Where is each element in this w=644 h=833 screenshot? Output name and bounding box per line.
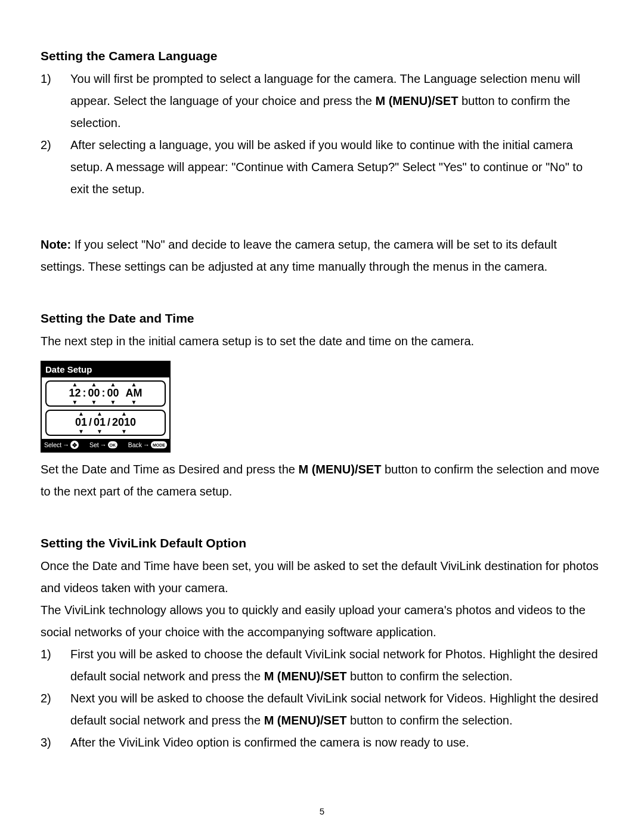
set-label: Set (89, 441, 99, 448)
date-setup-title: Date Setup (42, 362, 169, 377)
ampm-spinner[interactable]: ▲ AM ▼ (126, 382, 143, 405)
list-language: 1) You will first be prompted to select … (41, 68, 603, 200)
chevron-down-icon: ▼ (97, 429, 103, 435)
bold-menu-set: M (MENU)/SET (298, 463, 381, 476)
text: Set the Date and Time as Desired and pre… (41, 463, 298, 476)
ampm-value: AM (126, 388, 143, 400)
item-body: Next you will be asked to choose the def… (70, 688, 603, 732)
footer-set: Set → OK (89, 441, 117, 448)
chevron-down-icon: ▼ (91, 400, 97, 405)
year-value: 2010 (112, 417, 136, 429)
item-body: You will first be prompted to select a l… (70, 68, 603, 134)
second-spinner[interactable]: ▲ 00 ▼ (107, 382, 119, 405)
date-setup-footer: Select → Set → OK Back → MODE (42, 439, 169, 451)
colon: : (82, 387, 86, 400)
month-value: 01 (75, 417, 87, 429)
list-vivilink: 1) First you will be asked to choose the… (41, 643, 603, 754)
footer-back: Back → MODE (128, 441, 167, 448)
ok-icon: OK (108, 441, 117, 448)
arrow-right-icon: → (100, 441, 107, 448)
year-spinner[interactable]: ▲ 2010 ▼ (112, 411, 136, 435)
minute-spinner[interactable]: ▲ 00 ▼ (88, 382, 100, 405)
heading-language: Setting the Camera Language (41, 49, 603, 63)
item-number: 3) (41, 732, 57, 754)
item-number: 2) (41, 688, 57, 732)
slash: / (89, 416, 92, 429)
item-body: After selecting a language, you will be … (70, 134, 603, 200)
minute-value: 00 (88, 388, 100, 400)
day-spinner[interactable]: ▲ 01 ▼ (94, 411, 106, 435)
mode-icon: MODE (151, 441, 167, 448)
chevron-down-icon: ▼ (78, 429, 84, 435)
text: button to confirm the selection. (347, 714, 513, 727)
list-item: 3) After the ViviLink Video option is co… (41, 732, 603, 754)
date-setup-widget: Date Setup ▲ 12 ▼ : ▲ 00 ▼ : ▲ 00 ▼ ▲ (41, 361, 171, 453)
text: button to confirm the selection. (347, 670, 513, 683)
item-body: After the ViviLink Video option is confi… (70, 732, 603, 754)
item-number: 1) (41, 643, 57, 688)
slash: / (107, 416, 110, 429)
vivilink-p1: Once the Date and Time have been set, yo… (41, 555, 603, 599)
day-value: 01 (94, 417, 106, 429)
chevron-down-icon: ▼ (121, 429, 127, 435)
arrow-right-icon: → (63, 441, 69, 448)
hour-value: 12 (69, 388, 80, 400)
bold-menu-set: M (MENU)/SET (264, 714, 347, 727)
second-value: 00 (107, 388, 119, 400)
list-item: 1) First you will be asked to choose the… (41, 643, 603, 688)
item-number: 1) (41, 68, 57, 134)
select-label: Select (44, 441, 61, 448)
bold-menu-set: M (MENU)/SET (264, 670, 347, 683)
arrow-right-icon: → (143, 441, 150, 448)
bold-menu-set: M (MENU)/SET (375, 94, 458, 107)
list-item: 2) Next you will be asked to choose the … (41, 688, 603, 732)
colon: : (102, 387, 106, 400)
vivilink-p2: The ViviLink technology allows you to qu… (41, 599, 603, 643)
item-number: 2) (41, 134, 57, 200)
back-label: Back (128, 441, 142, 448)
item-body: First you will be asked to choose the de… (70, 643, 603, 688)
page-number: 5 (0, 806, 644, 816)
chevron-down-icon: ▼ (131, 400, 137, 405)
list-item: 2) After selecting a language, you will … (41, 134, 603, 200)
month-spinner[interactable]: ▲ 01 ▼ (75, 411, 87, 435)
datetime-intro: The next step in the initial camera setu… (41, 330, 603, 352)
list-item: 1) You will first be prompted to select … (41, 68, 603, 134)
note-paragraph: Note: If you select "No" and decide to l… (41, 234, 603, 278)
chevron-down-icon: ▼ (72, 400, 78, 405)
footer-select: Select → (44, 441, 79, 449)
hour-spinner[interactable]: ▲ 12 ▼ (69, 382, 80, 405)
date-row: ▲ 01 ▼ / ▲ 01 ▼ / ▲ 2010 ▼ (45, 410, 166, 436)
note-text: If you select "No" and decide to leave t… (41, 238, 557, 273)
note-label: Note: (41, 238, 71, 251)
time-row: ▲ 12 ▼ : ▲ 00 ▼ : ▲ 00 ▼ ▲ AM ▼ (45, 380, 166, 407)
dpad-icon (70, 441, 79, 449)
heading-datetime: Setting the Date and Time (41, 311, 603, 326)
chevron-down-icon: ▼ (110, 400, 116, 405)
datetime-outro: Set the Date and Time as Desired and pre… (41, 459, 603, 503)
heading-vivilink: Setting the ViviLink Default Option (41, 536, 603, 550)
